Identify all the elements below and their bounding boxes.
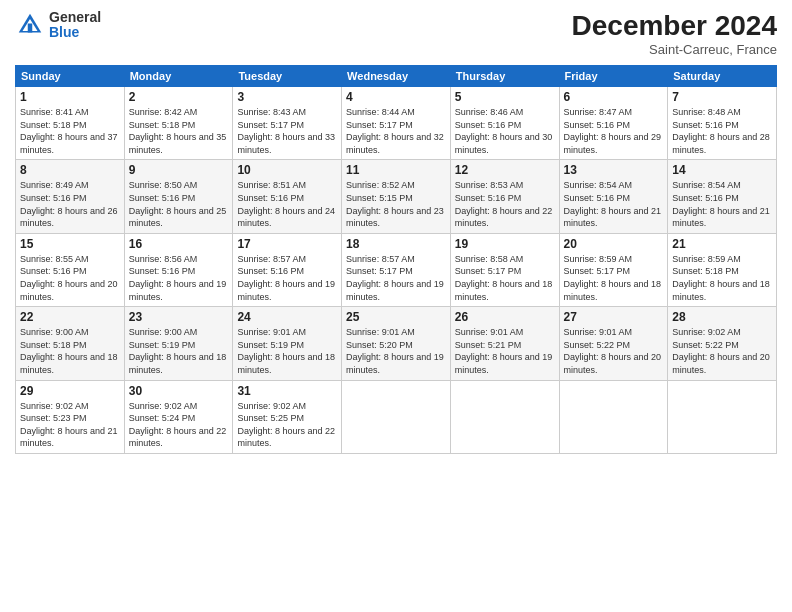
day-number-23: 23 [129, 310, 229, 324]
day-info-10: Sunrise: 8:51 AMSunset: 5:16 PMDaylight:… [237, 179, 337, 229]
day-info-13: Sunrise: 8:54 AMSunset: 5:16 PMDaylight:… [564, 179, 664, 229]
empty-cell-w5-d4 [342, 380, 451, 453]
day-cell-14: 14Sunrise: 8:54 AMSunset: 5:16 PMDayligh… [668, 160, 777, 233]
day-info-7: Sunrise: 8:48 AMSunset: 5:16 PMDaylight:… [672, 106, 772, 156]
day-number-21: 21 [672, 237, 772, 251]
day-info-3: Sunrise: 8:43 AMSunset: 5:17 PMDaylight:… [237, 106, 337, 156]
day-cell-5: 5Sunrise: 8:46 AMSunset: 5:16 PMDaylight… [450, 87, 559, 160]
day-cell-21: 21Sunrise: 8:59 AMSunset: 5:18 PMDayligh… [668, 233, 777, 306]
day-info-20: Sunrise: 8:59 AMSunset: 5:17 PMDaylight:… [564, 253, 664, 303]
day-info-26: Sunrise: 9:01 AMSunset: 5:21 PMDaylight:… [455, 326, 555, 376]
day-number-7: 7 [672, 90, 772, 104]
day-cell-29: 29Sunrise: 9:02 AMSunset: 5:23 PMDayligh… [16, 380, 125, 453]
day-cell-6: 6Sunrise: 8:47 AMSunset: 5:16 PMDaylight… [559, 87, 668, 160]
logo: General Blue [15, 10, 101, 41]
day-info-31: Sunrise: 9:02 AMSunset: 5:25 PMDaylight:… [237, 400, 337, 450]
day-number-12: 12 [455, 163, 555, 177]
day-info-30: Sunrise: 9:02 AMSunset: 5:24 PMDaylight:… [129, 400, 229, 450]
day-cell-7: 7Sunrise: 8:48 AMSunset: 5:16 PMDaylight… [668, 87, 777, 160]
day-number-5: 5 [455, 90, 555, 104]
day-cell-10: 10Sunrise: 8:51 AMSunset: 5:16 PMDayligh… [233, 160, 342, 233]
day-cell-23: 23Sunrise: 9:00 AMSunset: 5:19 PMDayligh… [124, 307, 233, 380]
empty-cell-w5-d7 [668, 380, 777, 453]
empty-cell-w5-d6 [559, 380, 668, 453]
day-number-1: 1 [20, 90, 120, 104]
day-info-1: Sunrise: 8:41 AMSunset: 5:18 PMDaylight:… [20, 106, 120, 156]
day-number-14: 14 [672, 163, 772, 177]
col-wednesday: Wednesday [342, 66, 451, 87]
day-cell-31: 31Sunrise: 9:02 AMSunset: 5:25 PMDayligh… [233, 380, 342, 453]
day-number-29: 29 [20, 384, 120, 398]
day-info-6: Sunrise: 8:47 AMSunset: 5:16 PMDaylight:… [564, 106, 664, 156]
day-number-13: 13 [564, 163, 664, 177]
day-number-10: 10 [237, 163, 337, 177]
header: General Blue December 2024 Saint-Carreuc… [15, 10, 777, 57]
day-info-23: Sunrise: 9:00 AMSunset: 5:19 PMDaylight:… [129, 326, 229, 376]
day-info-8: Sunrise: 8:49 AMSunset: 5:16 PMDaylight:… [20, 179, 120, 229]
svg-rect-2 [28, 24, 33, 33]
calendar-table: Sunday Monday Tuesday Wednesday Thursday… [15, 65, 777, 454]
day-info-28: Sunrise: 9:02 AMSunset: 5:22 PMDaylight:… [672, 326, 772, 376]
day-number-8: 8 [20, 163, 120, 177]
day-number-19: 19 [455, 237, 555, 251]
day-number-9: 9 [129, 163, 229, 177]
col-tuesday: Tuesday [233, 66, 342, 87]
logo-icon [15, 10, 45, 40]
day-cell-15: 15Sunrise: 8:55 AMSunset: 5:16 PMDayligh… [16, 233, 125, 306]
week-row-4: 22Sunrise: 9:00 AMSunset: 5:18 PMDayligh… [16, 307, 777, 380]
day-cell-17: 17Sunrise: 8:57 AMSunset: 5:16 PMDayligh… [233, 233, 342, 306]
day-cell-22: 22Sunrise: 9:00 AMSunset: 5:18 PMDayligh… [16, 307, 125, 380]
col-saturday: Saturday [668, 66, 777, 87]
day-cell-2: 2Sunrise: 8:42 AMSunset: 5:18 PMDaylight… [124, 87, 233, 160]
calendar-header-row: Sunday Monday Tuesday Wednesday Thursday… [16, 66, 777, 87]
day-info-15: Sunrise: 8:55 AMSunset: 5:16 PMDaylight:… [20, 253, 120, 303]
day-cell-12: 12Sunrise: 8:53 AMSunset: 5:16 PMDayligh… [450, 160, 559, 233]
week-row-1: 1Sunrise: 8:41 AMSunset: 5:18 PMDaylight… [16, 87, 777, 160]
day-cell-19: 19Sunrise: 8:58 AMSunset: 5:17 PMDayligh… [450, 233, 559, 306]
day-info-21: Sunrise: 8:59 AMSunset: 5:18 PMDaylight:… [672, 253, 772, 303]
day-info-24: Sunrise: 9:01 AMSunset: 5:19 PMDaylight:… [237, 326, 337, 376]
day-number-16: 16 [129, 237, 229, 251]
logo-general-text: General [49, 10, 101, 25]
day-cell-20: 20Sunrise: 8:59 AMSunset: 5:17 PMDayligh… [559, 233, 668, 306]
day-number-11: 11 [346, 163, 446, 177]
day-info-4: Sunrise: 8:44 AMSunset: 5:17 PMDaylight:… [346, 106, 446, 156]
day-cell-30: 30Sunrise: 9:02 AMSunset: 5:24 PMDayligh… [124, 380, 233, 453]
day-info-22: Sunrise: 9:00 AMSunset: 5:18 PMDaylight:… [20, 326, 120, 376]
logo-text: General Blue [49, 10, 101, 41]
day-info-27: Sunrise: 9:01 AMSunset: 5:22 PMDaylight:… [564, 326, 664, 376]
day-number-18: 18 [346, 237, 446, 251]
day-info-16: Sunrise: 8:56 AMSunset: 5:16 PMDaylight:… [129, 253, 229, 303]
logo-blue-text: Blue [49, 25, 101, 40]
day-info-17: Sunrise: 8:57 AMSunset: 5:16 PMDaylight:… [237, 253, 337, 303]
col-monday: Monday [124, 66, 233, 87]
day-number-31: 31 [237, 384, 337, 398]
day-info-29: Sunrise: 9:02 AMSunset: 5:23 PMDaylight:… [20, 400, 120, 450]
day-info-25: Sunrise: 9:01 AMSunset: 5:20 PMDaylight:… [346, 326, 446, 376]
day-number-20: 20 [564, 237, 664, 251]
day-info-2: Sunrise: 8:42 AMSunset: 5:18 PMDaylight:… [129, 106, 229, 156]
day-cell-8: 8Sunrise: 8:49 AMSunset: 5:16 PMDaylight… [16, 160, 125, 233]
day-cell-4: 4Sunrise: 8:44 AMSunset: 5:17 PMDaylight… [342, 87, 451, 160]
col-thursday: Thursday [450, 66, 559, 87]
title-block: December 2024 Saint-Carreuc, France [572, 10, 777, 57]
day-info-9: Sunrise: 8:50 AMSunset: 5:16 PMDaylight:… [129, 179, 229, 229]
day-info-14: Sunrise: 8:54 AMSunset: 5:16 PMDaylight:… [672, 179, 772, 229]
day-cell-16: 16Sunrise: 8:56 AMSunset: 5:16 PMDayligh… [124, 233, 233, 306]
day-number-2: 2 [129, 90, 229, 104]
day-number-24: 24 [237, 310, 337, 324]
day-info-5: Sunrise: 8:46 AMSunset: 5:16 PMDaylight:… [455, 106, 555, 156]
day-cell-18: 18Sunrise: 8:57 AMSunset: 5:17 PMDayligh… [342, 233, 451, 306]
day-info-18: Sunrise: 8:57 AMSunset: 5:17 PMDaylight:… [346, 253, 446, 303]
empty-cell-w5-d5 [450, 380, 559, 453]
day-cell-9: 9Sunrise: 8:50 AMSunset: 5:16 PMDaylight… [124, 160, 233, 233]
day-cell-24: 24Sunrise: 9:01 AMSunset: 5:19 PMDayligh… [233, 307, 342, 380]
day-number-28: 28 [672, 310, 772, 324]
day-cell-27: 27Sunrise: 9:01 AMSunset: 5:22 PMDayligh… [559, 307, 668, 380]
col-sunday: Sunday [16, 66, 125, 87]
day-cell-3: 3Sunrise: 8:43 AMSunset: 5:17 PMDaylight… [233, 87, 342, 160]
day-number-27: 27 [564, 310, 664, 324]
day-number-25: 25 [346, 310, 446, 324]
month-title: December 2024 [572, 10, 777, 42]
day-info-19: Sunrise: 8:58 AMSunset: 5:17 PMDaylight:… [455, 253, 555, 303]
